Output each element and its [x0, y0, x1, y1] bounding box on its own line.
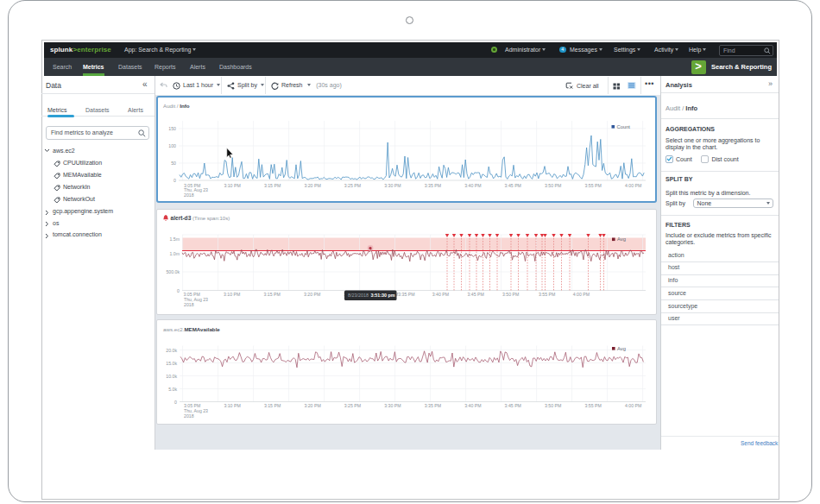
svg-text:3:15 PM: 3:15 PM [264, 292, 281, 297]
svg-text:2018: 2018 [184, 302, 194, 307]
svg-text:150: 150 [168, 126, 176, 131]
svg-text:50: 50 [171, 161, 176, 166]
svg-text:0: 0 [174, 399, 177, 404]
svg-text:3:45 PM: 3:45 PM [505, 403, 521, 408]
svg-text:3:15 PM: 3:15 PM [264, 183, 281, 188]
svg-text:8/23/2018: 8/23/2018 [348, 293, 369, 298]
svg-text:1.5m: 1.5m [169, 236, 180, 242]
svg-text:100: 100 [168, 143, 176, 148]
svg-text:3:30 PM: 3:30 PM [384, 183, 401, 188]
svg-text:3:35 PM: 3:35 PM [425, 403, 441, 408]
svg-text:2018: 2018 [184, 192, 194, 198]
svg-text:3:45 PM: 3:45 PM [468, 292, 484, 297]
svg-text:3:50 PM: 3:50 PM [545, 403, 561, 408]
svg-text:3:10 PM: 3:10 PM [224, 403, 240, 408]
svg-text:alert-d3: alert-d3 [171, 215, 192, 221]
svg-text:3:10 PM: 3:10 PM [224, 292, 240, 297]
svg-text:3:55 PM: 3:55 PM [539, 292, 555, 297]
svg-text:Avg: Avg [617, 345, 626, 350]
svg-text:3:40 PM: 3:40 PM [464, 183, 481, 188]
svg-text:aws.ec2.MEMAvailable: aws.ec2.MEMAvailable [163, 325, 220, 331]
svg-text:3:51:30 pm: 3:51:30 pm [371, 293, 395, 298]
svg-text:Audit / Info: Audit / Info [163, 103, 190, 109]
svg-text:3:30 PM: 3:30 PM [384, 403, 401, 408]
svg-text:3:20 PM: 3:20 PM [304, 292, 320, 297]
svg-text:1.0m: 1.0m [169, 251, 180, 256]
svg-text:3:55 PM: 3:55 PM [585, 403, 602, 408]
svg-text:3:20 PM: 3:20 PM [304, 183, 320, 188]
svg-text:Avg: Avg [617, 236, 626, 242]
svg-text:3:50 PM: 3:50 PM [502, 292, 519, 297]
svg-text:2018: 2018 [184, 413, 194, 418]
svg-text:3:10 PM: 3:10 PM [224, 183, 240, 188]
svg-text:4:00 PM: 4:00 PM [625, 403, 641, 408]
svg-text:3:35 PM: 3:35 PM [398, 292, 414, 297]
svg-text:4:00 PM: 4:00 PM [573, 292, 590, 297]
svg-text:3:40 PM: 3:40 PM [432, 292, 449, 297]
svg-text:3:20 PM: 3:20 PM [304, 403, 320, 408]
svg-text:3:35 PM: 3:35 PM [425, 183, 441, 188]
svg-text:15.0k: 15.0k [166, 360, 177, 365]
svg-text:500.0k: 500.0k [166, 269, 180, 274]
svg-text:3:25 PM: 3:25 PM [344, 403, 361, 408]
svg-text:5.0k: 5.0k [168, 386, 177, 391]
svg-text:Count: Count [617, 124, 631, 129]
svg-text:3:25 PM: 3:25 PM [344, 183, 361, 188]
svg-text:3:55 PM: 3:55 PM [585, 183, 602, 188]
svg-text:0: 0 [173, 178, 176, 183]
svg-text:3:50 PM: 3:50 PM [545, 183, 561, 188]
svg-text:10.0k: 10.0k [166, 373, 177, 378]
svg-text:3:15 PM: 3:15 PM [264, 403, 281, 408]
svg-text:4:00 PM: 4:00 PM [625, 183, 641, 188]
svg-text:0: 0 [177, 288, 180, 293]
svg-text:20.0k: 20.0k [166, 347, 177, 352]
svg-text:3:40 PM: 3:40 PM [464, 403, 481, 408]
svg-text:(Time span:10s): (Time span:10s) [192, 216, 230, 221]
svg-text:3:45 PM: 3:45 PM [505, 183, 521, 188]
